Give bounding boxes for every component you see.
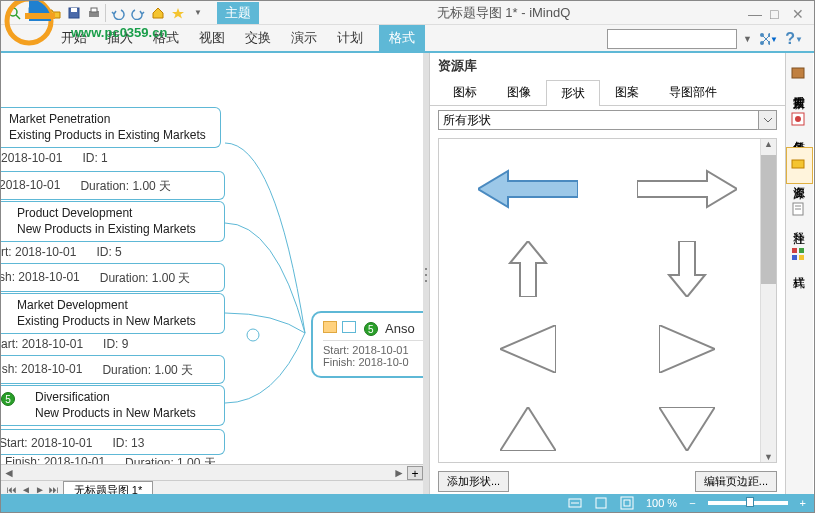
central-title: Anso bbox=[385, 321, 415, 336]
share-icon[interactable]: ▼ bbox=[758, 29, 778, 49]
panel-tab-icons[interactable]: 图标 bbox=[438, 79, 492, 105]
content-area: Market Penetration Existing Products in … bbox=[1, 53, 814, 496]
topic-detail[interactable]: sh: 2018-10-01Duration: 1.00 天 bbox=[1, 263, 225, 292]
shape-triangle-up[interactable] bbox=[469, 399, 588, 459]
quick-access-toolbar: ▼ bbox=[1, 2, 211, 24]
search-icon[interactable] bbox=[5, 4, 23, 22]
undo-icon[interactable] bbox=[109, 4, 127, 22]
topic-title: Market Penetration bbox=[9, 112, 212, 128]
tab-exchange[interactable]: 交换 bbox=[235, 25, 281, 51]
zoom-handle[interactable] bbox=[746, 497, 754, 507]
tab-plan[interactable]: 计划 bbox=[327, 25, 373, 51]
zoom-in-icon[interactable]: + bbox=[800, 497, 806, 509]
maximize-icon[interactable]: □ bbox=[770, 6, 784, 20]
topic-title: Market Development bbox=[17, 298, 216, 314]
central-start: Start: 2018-10-01 bbox=[323, 340, 423, 356]
svg-line-1 bbox=[16, 15, 20, 19]
fit-width-icon[interactable] bbox=[568, 496, 582, 510]
shape-triangle-right[interactable] bbox=[628, 319, 747, 379]
vertical-scrollbar[interactable]: ▲ ▼ bbox=[760, 139, 776, 462]
svg-rect-31 bbox=[624, 500, 630, 506]
tab-home[interactable]: 开始 bbox=[51, 25, 97, 51]
scroll-left-icon[interactable]: ◄ bbox=[1, 466, 17, 480]
topic-detail[interactable]: 2018-10-01Duration: 1.00 天 bbox=[1, 171, 225, 200]
topic-node[interactable]: Market Penetration Existing Products in … bbox=[1, 107, 221, 148]
topic-detail[interactable]: ish: 2018-10-01Duration: 1.00 天 bbox=[1, 355, 225, 384]
close-icon[interactable]: ✕ bbox=[792, 6, 806, 20]
topic-badge: 5 bbox=[364, 322, 378, 336]
fullscreen-icon[interactable] bbox=[620, 496, 634, 510]
tab-view[interactable]: 视图 bbox=[189, 25, 235, 51]
panel-tab-images[interactable]: 图像 bbox=[492, 79, 546, 105]
sidebar-item-notes[interactable]: 注释 bbox=[786, 192, 813, 229]
calendar-icon bbox=[323, 321, 337, 333]
panel-tab-mapparts[interactable]: 导图部件 bbox=[654, 79, 732, 105]
shape-triangle-left[interactable] bbox=[469, 319, 588, 379]
svg-point-15 bbox=[247, 329, 259, 341]
panel-tab-patterns[interactable]: 图案 bbox=[600, 79, 654, 105]
topic-sub: New Products in Existing Markets bbox=[17, 222, 216, 238]
new-icon[interactable] bbox=[25, 4, 43, 22]
note-icon bbox=[342, 321, 356, 333]
scroll-right-icon[interactable]: ► bbox=[391, 466, 407, 480]
edit-margins-button[interactable]: 编辑页边距... bbox=[695, 471, 777, 492]
svg-rect-24 bbox=[799, 248, 804, 253]
panel-tab-shapes[interactable]: 形状 bbox=[546, 80, 600, 106]
mindmap-canvas[interactable]: Market Penetration Existing Products in … bbox=[1, 53, 423, 496]
sidebar-item-styles[interactable]: 样式 bbox=[786, 237, 813, 274]
fit-page-icon[interactable] bbox=[594, 496, 608, 510]
help-icon[interactable]: ?▼ bbox=[784, 29, 804, 49]
tab-format[interactable]: 格式 bbox=[143, 25, 189, 51]
svg-rect-25 bbox=[792, 255, 797, 260]
sidebar-item-research[interactable]: 重新搜索 bbox=[786, 57, 813, 94]
svg-rect-29 bbox=[596, 498, 606, 508]
right-sidebar: 重新搜索 任务信息 资源库 注释 样式 bbox=[785, 53, 813, 496]
tab-present[interactable]: 演示 bbox=[281, 25, 327, 51]
redo-icon[interactable] bbox=[129, 4, 147, 22]
tab-context-format[interactable]: 格式 bbox=[379, 25, 425, 51]
panel-tab-row: 图标 图像 形状 图案 导图部件 bbox=[430, 79, 785, 106]
tab-insert[interactable]: 插入 bbox=[97, 25, 143, 51]
svg-rect-4 bbox=[71, 8, 77, 12]
print-icon[interactable] bbox=[85, 4, 103, 22]
topic-meta-row: 2018-10-01ID: 1 bbox=[1, 149, 221, 165]
topic-node[interactable]: 5 Product Development New Products in Ex… bbox=[1, 201, 225, 242]
topic-sub: Existing Products in New Markets bbox=[17, 314, 216, 330]
home-icon[interactable] bbox=[149, 4, 167, 22]
ribbon: 开始 插入 格式 视图 交换 演示 计划 格式 ▼ ▼ ?▼ bbox=[1, 25, 814, 53]
sidebar-item-taskinfo[interactable]: 任务信息 bbox=[786, 102, 813, 139]
topic-detail[interactable]: Start: 2018-10-01ID: 13 bbox=[1, 429, 225, 455]
shape-arrow-left[interactable] bbox=[469, 159, 588, 219]
shape-arrow-right[interactable] bbox=[628, 159, 747, 219]
chevron-down-icon[interactable] bbox=[758, 111, 776, 129]
svg-rect-19 bbox=[792, 160, 804, 168]
combo-value: 所有形状 bbox=[443, 112, 491, 129]
topic-title: Diversification bbox=[17, 390, 216, 406]
statusbar: 100 % − + bbox=[1, 494, 814, 512]
favorite-icon[interactable] bbox=[169, 4, 187, 22]
scroll-thumb[interactable] bbox=[761, 155, 776, 284]
save-icon[interactable] bbox=[65, 4, 83, 22]
titlebar: ▼ 主题 无标题导图 1* - iMindQ — □ ✕ bbox=[1, 1, 814, 25]
shapes-gallery: ▲ ▼ bbox=[438, 138, 777, 463]
zoom-slider[interactable] bbox=[708, 501, 788, 505]
add-shape-button[interactable]: 添加形状... bbox=[438, 471, 509, 492]
minimize-icon[interactable]: — bbox=[748, 6, 762, 20]
svg-rect-16 bbox=[792, 68, 804, 78]
horizontal-scrollbar[interactable]: ◄ ► + bbox=[1, 464, 423, 480]
connectors bbox=[225, 113, 315, 413]
shape-arrow-up[interactable] bbox=[469, 239, 588, 299]
topic-node[interactable]: 5 Market Development Existing Products i… bbox=[1, 293, 225, 334]
zoom-out-icon[interactable]: − bbox=[689, 497, 695, 509]
shape-arrow-down[interactable] bbox=[628, 239, 747, 299]
topic-node[interactable]: ◯ 5 Diversification New Products in New … bbox=[1, 385, 225, 426]
sidebar-item-resources[interactable]: 资源库 bbox=[786, 147, 813, 184]
shape-triangle-down[interactable] bbox=[628, 399, 747, 459]
open-icon[interactable] bbox=[45, 4, 63, 22]
search-input[interactable] bbox=[607, 29, 737, 49]
central-topic[interactable]: 5 Anso Start: 2018-10-01 Finish: 2018-10… bbox=[311, 311, 423, 378]
svg-rect-23 bbox=[792, 248, 797, 253]
qat-dropdown-icon[interactable]: ▼ bbox=[189, 4, 207, 22]
shape-category-combo[interactable]: 所有形状 bbox=[438, 110, 777, 130]
add-page-icon[interactable]: + bbox=[407, 466, 423, 480]
